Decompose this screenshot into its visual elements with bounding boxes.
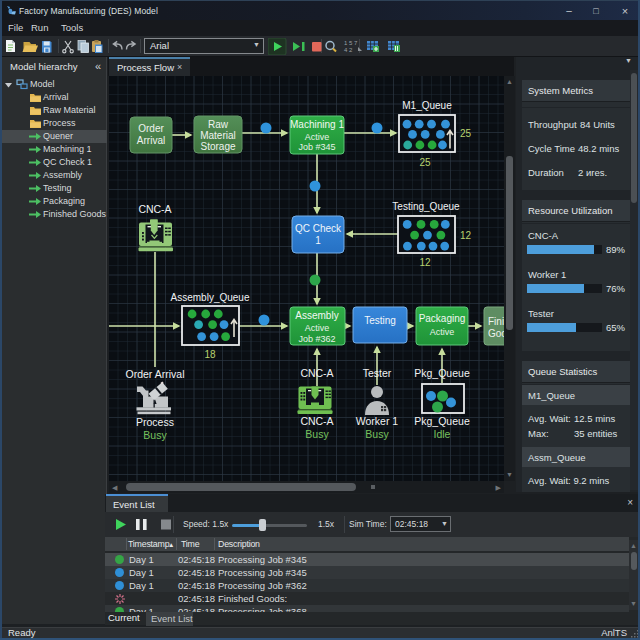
svg-text:Raw: Raw <box>208 119 229 130</box>
svg-text:QC Check: QC Check <box>295 223 342 234</box>
svg-text:Active: Active <box>305 323 330 333</box>
svg-text:CNC-A: CNC-A <box>300 415 333 427</box>
svg-text:1: 1 <box>315 235 321 246</box>
svg-text:CNC-A: CNC-A <box>300 367 333 379</box>
svg-text:Testing: Testing <box>364 315 396 326</box>
svg-text:Active: Active <box>430 327 455 337</box>
svg-text:Finish: Finish <box>488 316 504 327</box>
svg-text:Order: Order <box>138 123 164 134</box>
svg-text:12: 12 <box>419 257 431 268</box>
svg-text:Busy: Busy <box>365 428 389 440</box>
svg-text:12: 12 <box>460 230 472 241</box>
svg-text:Pkg_Queue: Pkg_Queue <box>414 367 470 379</box>
svg-text:Job #345: Job #345 <box>298 142 335 152</box>
svg-text:Busy: Busy <box>305 428 329 440</box>
svg-text:Arrival: Arrival <box>137 135 165 146</box>
svg-text:Assembly: Assembly <box>295 310 338 321</box>
svg-text:18: 18 <box>204 349 216 360</box>
svg-text:CNC-A: CNC-A <box>138 203 171 215</box>
svg-text:Packaging: Packaging <box>419 313 466 324</box>
svg-text:Pkg_Queue: Pkg_Queue <box>414 415 470 427</box>
svg-text:25: 25 <box>460 128 472 139</box>
svg-text:Worker 1: Worker 1 <box>356 415 399 427</box>
svg-text:Order Arrival: Order Arrival <box>126 368 185 380</box>
svg-text:M1_Queue: M1_Queue <box>402 100 452 111</box>
svg-text:Material: Material <box>200 130 236 141</box>
svg-text:Tester: Tester <box>363 367 392 379</box>
svg-text:25: 25 <box>419 157 431 168</box>
svg-text:Idle: Idle <box>434 428 451 440</box>
svg-text:Process: Process <box>136 416 174 428</box>
svg-text:Busy: Busy <box>143 429 167 441</box>
svg-text:Active: Active <box>305 132 330 142</box>
svg-text:Testing_Queue: Testing_Queue <box>392 201 460 212</box>
svg-text:Assembly_Queue: Assembly_Queue <box>171 292 250 303</box>
svg-text:4 2: 4 2 <box>344 47 353 53</box>
svg-text:Good: Good <box>488 328 504 339</box>
svg-text:1 5 7: 1 5 7 <box>344 40 358 46</box>
svg-text:Job #362: Job #362 <box>298 334 335 344</box>
svg-text:Storage: Storage <box>200 141 235 152</box>
svg-text:Machining 1: Machining 1 <box>290 119 344 130</box>
